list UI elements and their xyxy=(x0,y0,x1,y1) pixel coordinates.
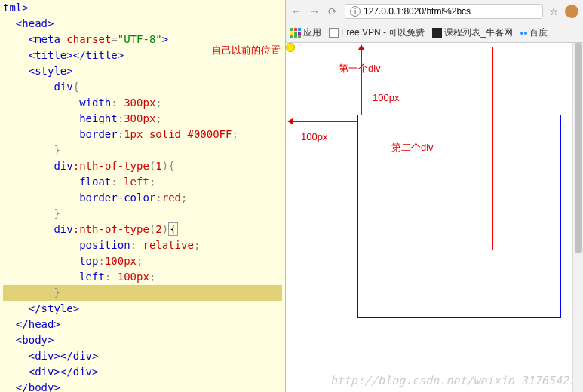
scrollbar-thumb[interactable] xyxy=(575,43,582,253)
watermark: http://blog.csdn.net/weixin_31765427 xyxy=(330,374,575,387)
browser-pane: ← → ⟳ i 127.0.0.1:8020/html%2bcs ☆ 应用 Fr… xyxy=(286,0,583,392)
code-token: div xyxy=(35,366,54,378)
code-token: div xyxy=(54,223,72,235)
star-icon[interactable]: ☆ xyxy=(549,5,559,17)
code-token: meta xyxy=(35,33,60,45)
origin-marker xyxy=(286,43,295,52)
bookmark-vpn[interactable]: Free VPN - 可以免费 xyxy=(329,26,425,39)
code-token: height xyxy=(79,112,118,124)
code-token: title xyxy=(86,49,118,61)
url-text: 127.0.0.1:8020/html%2bcs xyxy=(364,6,471,17)
code-token: 300px xyxy=(124,96,155,109)
vertical-scrollbar[interactable] xyxy=(572,43,583,392)
forward-button[interactable]: → xyxy=(308,5,321,17)
bookmark-icon xyxy=(329,28,339,38)
code-token: border-color xyxy=(79,191,155,204)
code-token: "UTF-8" xyxy=(118,33,162,45)
site-info-icon[interactable]: i xyxy=(350,6,361,17)
text-cursor: { xyxy=(168,222,177,236)
code-token: div xyxy=(54,81,72,93)
bookmark-course[interactable]: 课程列表_牛客网 xyxy=(432,26,513,39)
code-token: style xyxy=(41,302,73,314)
code-token: head xyxy=(29,318,54,330)
code-token: 100px xyxy=(118,271,149,283)
code-token: 1 xyxy=(155,160,161,172)
code-token: body xyxy=(29,381,54,392)
code-token: head xyxy=(22,17,48,29)
bookmark-label: 应用 xyxy=(303,26,321,39)
code-token: :nth-of-type xyxy=(73,223,149,235)
code-token: 300px xyxy=(124,112,155,124)
code-token: tml xyxy=(3,2,22,14)
browser-toolbar: ← → ⟳ i 127.0.0.1:8020/html%2bcs ☆ xyxy=(286,0,583,23)
reload-button[interactable]: ⟳ xyxy=(327,5,339,17)
code-token: div xyxy=(73,366,92,378)
rendered-div-2 xyxy=(357,115,561,318)
code-token: body xyxy=(22,334,48,346)
bookmark-label: Free VPN - 可以免费 xyxy=(341,26,425,39)
code-token: div xyxy=(54,160,72,172)
code-token: relative xyxy=(143,239,193,251)
code-token: left xyxy=(124,176,149,188)
extension-icon[interactable] xyxy=(565,5,578,18)
code-token: top xyxy=(79,255,98,267)
code-token: 2 xyxy=(155,223,161,235)
code-token: red xyxy=(162,191,181,204)
bookmark-baidu[interactable]: 百度 xyxy=(520,26,548,39)
source-code[interactable]: tml> <head> <meta charset="UTF-8"> <titl… xyxy=(0,0,285,392)
code-token: charset xyxy=(66,33,111,45)
code-token: position xyxy=(79,239,130,251)
position-annotation: 自己以前的位置 xyxy=(212,44,281,57)
code-token: title xyxy=(35,49,66,61)
code-token: float xyxy=(79,176,111,188)
arrow-head-up-icon xyxy=(358,44,364,50)
code-editor-pane: 自己以前的位置 tml> <head> <meta charset="UTF-8… xyxy=(0,0,286,392)
apps-shortcut[interactable]: 应用 xyxy=(290,26,321,39)
code-token: 1px solid #0000FF xyxy=(124,128,232,140)
page-viewport: 第一个div 100px 100px 第二个div http://blog.cs… xyxy=(286,43,583,392)
bookmark-label: 课程列表_牛客网 xyxy=(444,26,513,39)
code-token: :nth-of-type xyxy=(73,160,149,172)
arrow-head-left-icon xyxy=(287,118,293,124)
code-token: 100px xyxy=(105,255,137,267)
back-button[interactable]: ← xyxy=(290,5,302,17)
bookmark-icon xyxy=(432,28,442,38)
label-div1: 第一个div xyxy=(339,62,381,75)
address-bar[interactable]: i 127.0.0.1:8020/html%2bcs xyxy=(345,4,543,19)
arrow-vertical xyxy=(361,46,362,115)
code-token: border xyxy=(79,128,118,140)
bookmark-label: 百度 xyxy=(529,26,548,39)
bookmarks-bar: 应用 Free VPN - 可以免费 课程列表_牛客网 百度 xyxy=(286,23,583,43)
code-token: div xyxy=(35,350,54,362)
label-div2: 第二个div xyxy=(391,141,434,155)
baidu-icon xyxy=(520,32,527,35)
apps-icon xyxy=(290,28,301,38)
code-token: div xyxy=(73,350,92,362)
label-offset-left: 100px xyxy=(301,131,327,142)
label-offset-top: 100px xyxy=(373,92,399,103)
code-token: width xyxy=(79,96,111,109)
arrow-horizontal xyxy=(289,121,357,122)
code-token: style xyxy=(35,65,66,77)
code-token: left xyxy=(79,271,105,283)
